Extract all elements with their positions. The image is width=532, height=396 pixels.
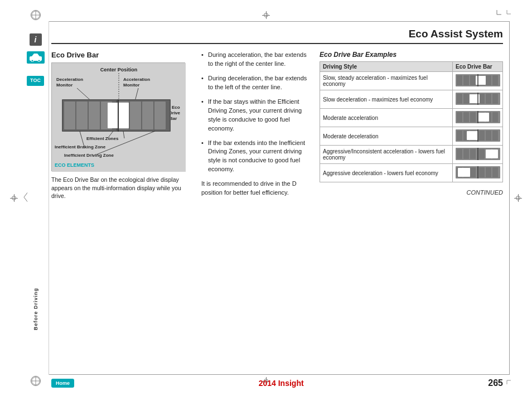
table-row: Slow deceleration - maximizes fuel econo…: [320, 90, 503, 109]
middle-column: • During acceleration, the bar extends t…: [201, 51, 312, 200]
row-2-style: Slow deceleration - maximizes fuel econo…: [320, 90, 453, 109]
left-column: Eco Drive Bar Center Position Decelerati…: [51, 51, 194, 200]
svg-point-17: [38, 60, 40, 62]
svg-rect-39: [130, 102, 141, 129]
svg-text:ECO ELEMENTS: ECO ELEMENTS: [55, 162, 94, 168]
svg-rect-54: [463, 75, 469, 85]
toc-button[interactable]: TOC: [27, 76, 44, 86]
row-3-bar: [453, 109, 503, 127]
svg-rect-40: [142, 102, 153, 129]
row-5-bar: [453, 146, 503, 164]
svg-rect-57: [486, 75, 491, 85]
row-3-style: Moderate acceleration: [320, 109, 453, 127]
svg-rect-104: [458, 168, 470, 177]
row-1-style: Slow, steady acceleration - maximizes fu…: [320, 72, 453, 90]
svg-rect-76: [492, 112, 498, 122]
corner-tr: [492, 10, 501, 19]
svg-rect-71: [457, 112, 462, 122]
svg-rect-53: [457, 75, 462, 85]
examples-table: Driving Style Eco Drive Bar Slow, steady…: [320, 61, 503, 182]
svg-rect-36: [89, 102, 100, 129]
svg-point-16: [31, 60, 33, 62]
svg-text:Eco: Eco: [172, 105, 180, 110]
examples-title: Eco Drive Bar Examples: [320, 51, 503, 59]
table-row: Moderate deceleration: [320, 127, 503, 146]
eco-drive-diagram: Center Position Deceleration Monitor Acc…: [51, 62, 185, 171]
svg-marker-15: [32, 54, 40, 56]
before-driving-label: Before Driving: [33, 177, 38, 330]
row-6-bar: [453, 164, 503, 182]
corner-br2: [503, 376, 511, 386]
border-right: [509, 21, 510, 375]
bullet-1: • During acceleration, the bar extends t…: [201, 51, 312, 69]
svg-text:Acceleration: Acceleration: [123, 77, 150, 82]
svg-rect-103: [492, 167, 498, 177]
svg-rect-95: [486, 149, 498, 158]
cross-top: [262, 11, 270, 19]
svg-rect-80: [457, 131, 462, 141]
svg-rect-73: [470, 112, 476, 122]
svg-rect-101: [479, 167, 485, 177]
bullet-3: • If the bar stays within the Efficient …: [201, 98, 312, 133]
svg-rect-63: [463, 94, 469, 104]
svg-text:Drive: Drive: [169, 110, 181, 115]
continued-text: CONTINUED: [320, 189, 503, 196]
svg-text:Deceleration: Deceleration: [56, 77, 83, 82]
table-row: Aggressive/Inconsistent acceleration - l…: [320, 146, 503, 164]
svg-rect-67: [492, 94, 498, 104]
svg-rect-55: [470, 75, 476, 85]
footer-title: 2014 Insight: [259, 379, 304, 388]
svg-rect-84: [486, 131, 491, 141]
table-row: Slow, steady acceleration - maximizes fu…: [320, 72, 503, 90]
svg-text:Center Position: Center Position: [100, 67, 138, 73]
svg-rect-77: [478, 113, 489, 122]
svg-rect-34: [64, 102, 75, 129]
footer: Home 2014 Insight 265: [51, 378, 503, 388]
bullet-2: • During deceleration, the bar extends t…: [201, 74, 312, 92]
svg-rect-59: [476, 76, 486, 85]
info-icon: i: [30, 33, 42, 46]
svg-rect-85: [492, 131, 498, 141]
svg-text:Inefficient Braking Zone: Inefficient Braking Zone: [55, 144, 106, 149]
reg-mark-bl: [31, 376, 41, 386]
bullet-4: • If the bar extends into the Inefficien…: [201, 139, 312, 175]
svg-rect-91: [470, 149, 476, 159]
page-number: 265: [488, 378, 503, 388]
row-5-style: Aggressive/Inconsistent acceleration - l…: [320, 146, 453, 164]
row-2-bar: [453, 90, 503, 109]
svg-rect-83: [479, 131, 485, 141]
svg-text:Inefficient Driving Zone: Inefficient Driving Zone: [64, 153, 114, 158]
left-description: The Eco Drive Bar on the ecological driv…: [51, 176, 194, 200]
row-6-style: Aggressive deceleration - lowers fuel ec…: [320, 164, 453, 182]
svg-rect-102: [486, 167, 491, 177]
svg-rect-66: [486, 94, 491, 104]
svg-text:Monitor: Monitor: [123, 83, 139, 88]
it-paragraph: It is recommended to drive in the D posi…: [201, 180, 312, 197]
svg-rect-41: [154, 102, 166, 129]
col-header-bar: Eco Drive Bar: [453, 62, 503, 72]
svg-rect-35: [76, 102, 88, 129]
border-bottom: [22, 374, 510, 375]
row-4-bar: [453, 127, 503, 146]
svg-rect-86: [467, 131, 478, 140]
corner-tr2: [503, 10, 511, 20]
table-row: Aggressive deceleration - lowers fuel ec…: [320, 164, 503, 182]
svg-rect-72: [463, 112, 469, 122]
table-row: Moderate acceleration: [320, 109, 503, 127]
svg-rect-90: [463, 149, 469, 159]
right-column: Eco Drive Bar Examples Driving Style Eco…: [320, 51, 503, 200]
home-button[interactable]: Home: [51, 379, 74, 388]
left-mid-arrow: [23, 192, 28, 205]
svg-rect-58: [492, 75, 498, 85]
svg-rect-92: [479, 149, 485, 159]
cross-right: [514, 194, 522, 202]
svg-rect-89: [457, 149, 462, 159]
eco-drive-bar-title: Eco Drive Bar: [51, 51, 194, 59]
svg-text:Bar: Bar: [170, 116, 177, 121]
content-columns: Eco Drive Bar Center Position Decelerati…: [51, 51, 503, 200]
border-top: [22, 21, 510, 22]
row-4-style: Moderate deceleration: [320, 127, 453, 146]
reg-mark-tl: [31, 10, 41, 20]
page-title: Eco Assist System: [51, 28, 503, 40]
svg-rect-65: [479, 94, 485, 104]
